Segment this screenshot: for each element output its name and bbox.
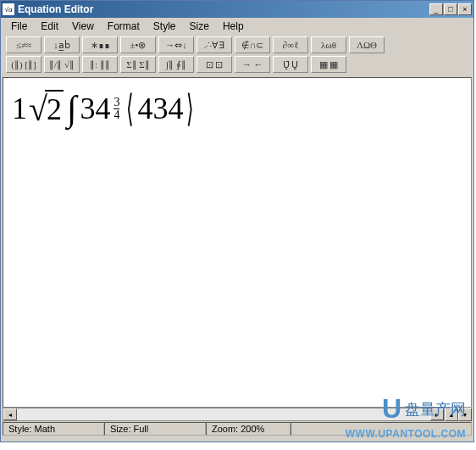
tool-overbar[interactable]: ⊡ ⊡: [196, 56, 232, 73]
toolbar-row-2: (∥) [∥] ∥/∥ √∥ ∥: ∥∥ Σ∥ Σ∥ ∫∥ ∮∥ ⊡ ⊡ → ←…: [6, 56, 468, 73]
tool-products[interactable]: Ų̄ Ų̣: [273, 56, 308, 73]
tool-fences[interactable]: (∥) [∥]: [6, 56, 42, 73]
status-size: Size: Full: [104, 422, 206, 436]
tool-misc[interactable]: ∂∞ℓ: [273, 36, 308, 53]
status-style-value: Math: [35, 424, 55, 434]
angle-bracket-right-icon: ⟩: [187, 86, 195, 131]
tool-arrows[interactable]: →⇔↓: [158, 36, 194, 53]
eq-after-sqrt: 34: [80, 91, 110, 126]
eq-lead: 1: [12, 91, 27, 126]
tool-relational[interactable]: ≤≠≈: [6, 36, 42, 53]
horizontal-scrollbar[interactable]: ◄ ►: [3, 408, 445, 421]
app-window: √α Equation Editor _ □ × File Edit View …: [0, 0, 474, 442]
eq-sqrt-arg: 2: [45, 90, 64, 127]
angle-bracket-left-icon: ⟨: [127, 86, 135, 131]
integral-icon: ∫: [67, 88, 77, 129]
tool-subsup[interactable]: ∥: ∥∥: [82, 56, 118, 73]
maximize-button[interactable]: □: [444, 3, 457, 15]
menu-help[interactable]: Help: [216, 19, 251, 34]
tool-spaces[interactable]: ∗∎∎: [82, 36, 118, 53]
watermark-text: 盘量产网: [405, 399, 466, 419]
watermark-u-icon: U: [382, 393, 401, 425]
tool-embellish[interactable]: ↓a̲ḃ: [44, 36, 80, 53]
menubar: File Edit View Format Style Size Help: [1, 18, 473, 35]
tool-greek-lower[interactable]: λωθ: [311, 36, 346, 53]
equation-canvas[interactable]: 1 √ 2 ∫ 34 3 4 ⟨ 434 ⟩: [3, 77, 472, 408]
scroll-left-button[interactable]: ◄: [3, 408, 17, 420]
menu-style[interactable]: Style: [147, 19, 183, 34]
menu-file[interactable]: File: [4, 19, 34, 34]
tool-matrix[interactable]: ▦ ▦: [311, 56, 346, 73]
status-zoom-label: Zoom:: [212, 424, 238, 434]
app-icon: √α: [3, 3, 14, 15]
menu-size[interactable]: Size: [183, 19, 216, 34]
equation-content: 1 √ 2 ∫ 34 3 4 ⟨ 434 ⟩: [12, 86, 197, 131]
menu-format[interactable]: Format: [101, 19, 147, 34]
menu-edit[interactable]: Edit: [34, 19, 65, 34]
tool-logical[interactable]: .∴∀∃: [196, 36, 232, 53]
toolbar: ≤≠≈ ↓a̲ḃ ∗∎∎ ±•⊗ →⇔↓ .∴∀∃ ∉∩⊂ ∂∞ℓ λωθ ΛΩ…: [1, 35, 473, 77]
minimize-button[interactable]: _: [429, 3, 443, 15]
watermark-url: WWW.UPANTOOL.COM: [346, 428, 466, 440]
eq-frac-den: 4: [113, 108, 119, 121]
eq-frac-num: 3: [113, 97, 119, 108]
tool-set[interactable]: ∉∩⊂: [235, 36, 270, 53]
status-style-label: Style:: [8, 424, 32, 434]
status-size-label: Size:: [110, 424, 130, 434]
scroll-track[interactable]: [17, 408, 430, 420]
status-style: Style: Math: [3, 422, 104, 436]
titlebar: √α Equation Editor _ □ ×: [1, 1, 473, 18]
tool-integral[interactable]: ∫∥ ∮∥: [158, 56, 194, 73]
window-title: Equation Editor: [18, 3, 93, 15]
status-zoom: Zoom: 200%: [206, 422, 291, 436]
tool-greek-upper[interactable]: ΛΩΘ: [349, 36, 385, 53]
toolbar-row-1: ≤≠≈ ↓a̲ḃ ∗∎∎ ±•⊗ →⇔↓ .∴∀∃ ∉∩⊂ ∂∞ℓ λωθ ΛΩ…: [6, 36, 468, 53]
tool-operators[interactable]: ±•⊗: [120, 36, 156, 53]
menu-view[interactable]: View: [65, 19, 101, 34]
tool-summation[interactable]: Σ∥ Σ∥: [120, 56, 156, 73]
window-controls: _ □ ×: [429, 3, 472, 15]
eq-fraction: 3 4: [113, 97, 119, 121]
titlebar-left: √α Equation Editor: [3, 3, 93, 15]
eq-angle-content: 434: [137, 91, 183, 126]
close-button[interactable]: ×: [458, 3, 472, 15]
status-size-value: Full: [134, 424, 149, 434]
tool-labeled-arrow[interactable]: → ←: [235, 56, 270, 73]
tool-fractions[interactable]: ∥/∥ √∥: [44, 56, 80, 73]
watermark-brand: U 盘量产网: [382, 393, 466, 425]
status-zoom-value: 200%: [241, 424, 264, 434]
